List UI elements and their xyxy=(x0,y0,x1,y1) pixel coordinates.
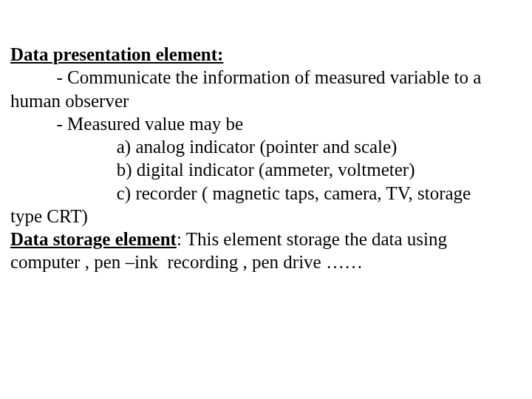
document-body: Data presentation element: - Communicate… xyxy=(0,0,532,274)
text-line: type CRT) xyxy=(10,205,532,228)
text-line: computer , pen –ink recording , pen driv… xyxy=(10,250,532,273)
text-segment: b) digital indicator (ammeter, voltmeter… xyxy=(10,160,415,180)
text-line: human observer xyxy=(10,89,532,112)
text-line: Data storage element: This element stora… xyxy=(10,228,532,250)
text-segment: : This element storage the data using xyxy=(177,229,447,249)
text-segment: Data storage element xyxy=(10,229,177,249)
text-line: b) digital indicator (ammeter, voltmeter… xyxy=(10,158,532,181)
text-segment: human observer xyxy=(10,91,129,111)
text-segment: computer , pen –ink recording , pen driv… xyxy=(10,252,363,272)
text-line: Data presentation element: xyxy=(10,43,532,66)
text-line: - Communicate the information of measure… xyxy=(10,66,532,89)
text-segment: Data presentation element: xyxy=(10,44,223,64)
text-segment: - Communicate the information of measure… xyxy=(10,67,481,87)
text-line: a) analog indicator (pointer and scale) xyxy=(10,135,532,158)
text-segment: c) recorder ( magnetic taps, camera, TV,… xyxy=(10,183,471,203)
text-segment: a) analog indicator (pointer and scale) xyxy=(10,137,397,157)
text-line: c) recorder ( magnetic taps, camera, TV,… xyxy=(10,182,532,205)
text-line: - Measured value may be xyxy=(10,112,532,135)
text-segment: type CRT) xyxy=(10,206,88,226)
text-segment: - Measured value may be xyxy=(10,114,243,134)
